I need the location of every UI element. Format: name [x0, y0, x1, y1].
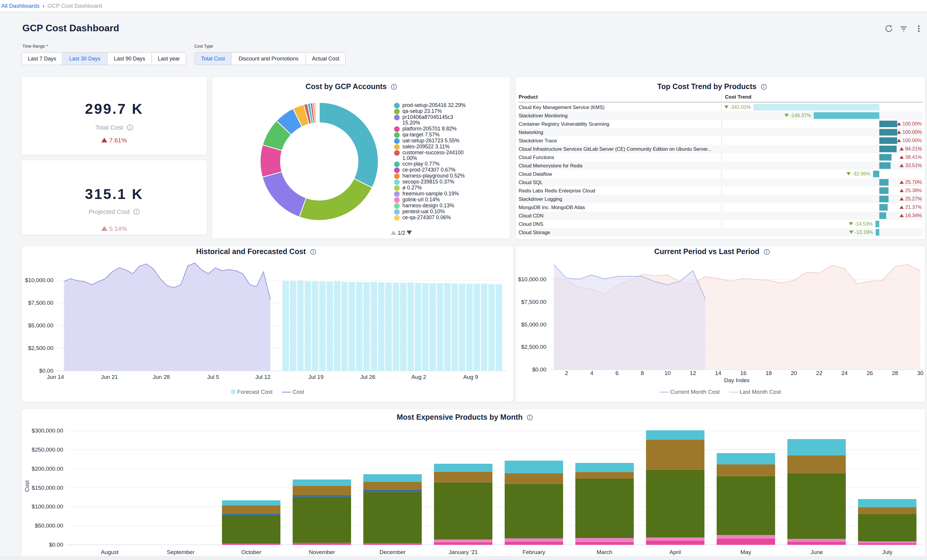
svg-text:$10,000.00: $10,000.00 — [518, 276, 546, 282]
svg-text:Jun 28: Jun 28 — [153, 374, 170, 380]
svg-text:March: March — [597, 549, 612, 555]
svg-text:$2,500.00: $2,500.00 — [521, 344, 546, 350]
svg-text:Jun 14: Jun 14 — [47, 374, 64, 380]
svg-text:6: 6 — [615, 370, 619, 376]
svg-text:22: 22 — [816, 370, 822, 376]
svg-text:$0.00: $0.00 — [49, 542, 63, 548]
svg-text:$2,500.00: $2,500.00 — [28, 345, 53, 351]
svg-text:8: 8 — [641, 370, 644, 376]
svg-text:$0.00: $0.00 — [532, 366, 546, 373]
svg-text:18: 18 — [766, 370, 772, 376]
svg-text:$100,000.00: $100,000.00 — [32, 504, 63, 510]
svg-text:$7,500.00: $7,500.00 — [521, 299, 546, 305]
svg-text:Aug 2: Aug 2 — [411, 374, 426, 380]
svg-text:$50,000.00: $50,000.00 — [35, 522, 63, 529]
svg-text:Jul 5: Jul 5 — [207, 374, 219, 380]
svg-text:May: May — [740, 549, 751, 555]
svg-text:Jul 26: Jul 26 — [360, 374, 375, 380]
svg-text:Aug 9: Aug 9 — [463, 374, 478, 380]
svg-text:August: August — [101, 549, 119, 555]
svg-text:June: June — [810, 549, 823, 555]
svg-text:$7,500.00: $7,500.00 — [28, 300, 53, 306]
svg-text:February: February — [523, 549, 546, 555]
svg-text:Jul 12: Jul 12 — [255, 374, 271, 380]
svg-text:September: September — [167, 549, 195, 555]
svg-text:$150,000.00: $150,000.00 — [32, 485, 63, 491]
svg-text:Jul 19: Jul 19 — [308, 374, 324, 380]
svg-text:26: 26 — [866, 370, 873, 376]
svg-text:12: 12 — [690, 370, 696, 376]
svg-text:30: 30 — [917, 370, 923, 376]
svg-text:$0.00: $0.00 — [39, 367, 53, 374]
svg-text:December: December — [380, 549, 406, 555]
svg-text:$5,000.00: $5,000.00 — [521, 322, 546, 328]
svg-text:$250,000.00: $250,000.00 — [32, 446, 63, 453]
svg-text:Cost: Cost — [24, 480, 30, 492]
svg-text:14: 14 — [715, 370, 722, 376]
svg-text:16: 16 — [740, 370, 746, 376]
svg-text:$10,000.00: $10,000.00 — [25, 277, 53, 283]
svg-text:4: 4 — [590, 370, 593, 376]
svg-text:$5,000.00: $5,000.00 — [28, 322, 53, 329]
svg-text:10: 10 — [664, 370, 671, 376]
svg-text:January '21: January '21 — [448, 549, 478, 555]
svg-text:$300,000.00: $300,000.00 — [32, 428, 63, 434]
svg-text:October: October — [241, 549, 261, 555]
svg-text:2: 2 — [565, 370, 568, 376]
svg-text:November: November — [309, 549, 335, 555]
svg-text:July: July — [882, 549, 892, 555]
svg-text:24: 24 — [842, 370, 848, 376]
svg-text:$200,000.00: $200,000.00 — [32, 466, 63, 472]
svg-text:Jun 21: Jun 21 — [101, 374, 118, 380]
svg-text:Day Index: Day Index — [724, 377, 750, 383]
svg-text:20: 20 — [791, 370, 797, 376]
svg-text:28: 28 — [892, 370, 898, 376]
svg-text:April: April — [669, 549, 681, 555]
